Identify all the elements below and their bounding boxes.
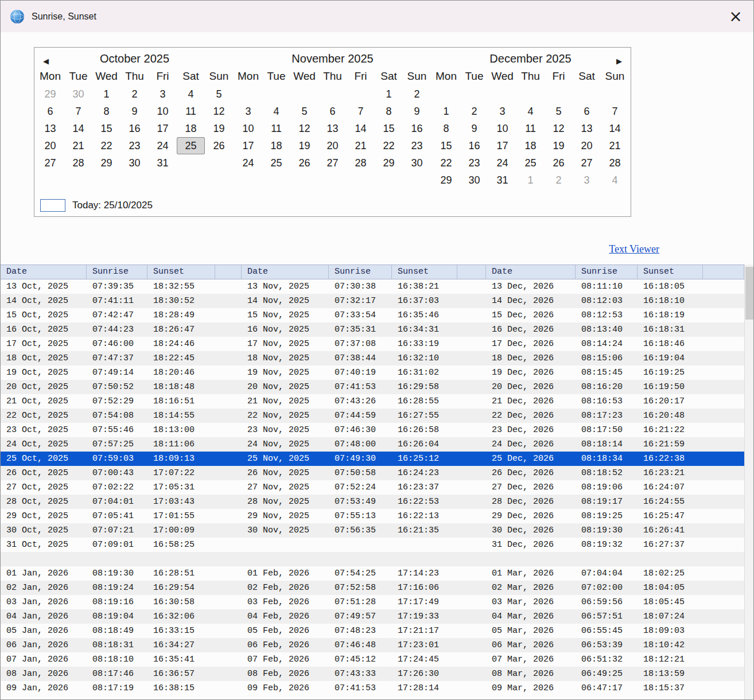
calendar-day[interactable]: 27 [573,154,601,172]
calendar-day[interactable]: 21 [64,137,92,154]
calendar-day[interactable]: 19 [205,120,233,137]
calendar-day[interactable]: 25 [177,137,205,154]
table-row[interactable]: 20 Oct, 202507:50:5218:18:4820 Nov, 2025… [1,380,744,394]
calendar-day[interactable]: 3 [149,85,177,103]
calendar-day[interactable]: 23 [460,154,488,172]
table-row[interactable]: 16 Oct, 202507:44:2318:26:4716 Nov, 2025… [1,322,744,337]
calendar-day[interactable]: 8 [92,103,121,120]
calendar-day[interactable]: 7 [64,103,92,120]
column-header-date[interactable]: Date [1,265,87,279]
calendar-day[interactable]: 25 [516,154,545,172]
calendar-day[interactable]: 12 [290,120,318,137]
calendar-day[interactable]: 15 [375,120,403,137]
calendar-day[interactable]: 14 [64,120,92,137]
calendar-day[interactable]: 9 [403,103,431,120]
calendar-day[interactable]: 22 [92,137,121,154]
calendar-day[interactable]: 10 [149,103,177,120]
column-header-sunset[interactable]: Sunset [392,265,457,279]
calendar-day[interactable]: 4 [262,103,290,120]
calendar-day[interactable]: 29 [375,154,403,172]
calendar-day[interactable]: 13 [573,120,601,137]
table-row[interactable]: 18 Oct, 202507:47:3718:22:4518 Nov, 2025… [1,351,744,365]
table-row[interactable]: 24 Oct, 202507:57:2518:11:0624 Nov, 2025… [1,437,744,452]
next-month-button[interactable]: ▶ [613,57,625,65]
calendar-day[interactable]: 6 [573,103,601,120]
calendar-day[interactable]: 19 [290,137,318,154]
table-row[interactable]: 01 Jan, 202608:19:3016:28:5101 Feb, 2026… [1,566,744,581]
scrollbar-thumb[interactable] [745,267,753,320]
calendar-day[interactable]: 7 [347,103,375,120]
calendar-day[interactable]: 13 [318,120,347,137]
calendar-day[interactable]: 18 [262,137,290,154]
table-row[interactable]: 25 Oct, 202507:59:0318:09:1325 Nov, 2025… [1,452,744,466]
table-row[interactable] [1,552,744,566]
calendar-day[interactable]: 1 [375,85,403,103]
calendar-day[interactable]: 30 [121,154,149,172]
calendar-day[interactable]: 6 [318,103,347,120]
calendar-day[interactable]: 5 [290,103,318,120]
text-viewer-link[interactable]: Text Viewer [609,243,659,255]
calendar-day[interactable]: 2 [403,85,431,103]
calendar-day[interactable]: 13 [36,120,64,137]
calendar-day[interactable]: 2 [121,85,149,103]
calendar-day[interactable]: 20 [573,137,601,154]
table-row[interactable]: 27 Oct, 202507:02:2217:05:3127 Nov, 2025… [1,480,744,495]
table-row[interactable]: 03 Jan, 202608:19:1616:30:5803 Feb, 2026… [1,595,744,609]
table-row[interactable]: 08 Jan, 202608:17:4616:36:5708 Feb, 2026… [1,667,744,681]
calendar-day[interactable]: 19 [545,137,573,154]
calendar-day[interactable]: 2 [545,172,573,189]
calendar-day[interactable]: 27 [318,154,347,172]
calendar-day[interactable]: 22 [432,154,460,172]
calendar-day[interactable]: 25 [262,154,290,172]
calendar-day[interactable]: 14 [347,120,375,137]
column-header-sunset[interactable]: Sunset [638,265,703,279]
calendar-day[interactable]: 12 [205,103,233,120]
column-header-date[interactable]: Date [486,265,576,279]
calendar-day[interactable]: 1 [92,85,121,103]
table-row[interactable]: 23 Oct, 202507:55:4618:13:0023 Nov, 2025… [1,423,744,437]
column-header-date[interactable]: Date [242,265,329,279]
calendar-day[interactable]: 24 [234,154,262,172]
calendar-day[interactable]: 4 [601,172,629,189]
calendar-day[interactable]: 24 [488,154,516,172]
table-row[interactable]: 22 Oct, 202507:54:0818:14:5522 Nov, 2025… [1,409,744,423]
calendar-day[interactable]: 29 [36,85,64,103]
calendar-day[interactable]: 31 [488,172,516,189]
vertical-scrollbar[interactable] [744,265,753,700]
calendar-day[interactable]: 7 [601,103,629,120]
table-row[interactable]: 21 Oct, 202507:52:2918:16:5121 Nov, 2025… [1,394,744,409]
calendar-day[interactable]: 18 [177,120,205,137]
table-row[interactable]: 31 Oct, 202507:09:0116:58:2531 Dec, 2026… [1,538,744,552]
calendar-day[interactable]: 17 [234,137,262,154]
table-row[interactable]: 29 Oct, 202507:05:4117:01:5529 Nov, 2025… [1,509,744,523]
calendar-day[interactable]: 22 [375,137,403,154]
calendar-day[interactable]: 20 [318,137,347,154]
column-header-sunrise[interactable]: Sunrise [576,265,638,279]
calendar-day[interactable]: 30 [460,172,488,189]
calendar-day[interactable]: 5 [205,85,233,103]
calendar-day[interactable]: 8 [432,120,460,137]
calendar-day[interactable]: 15 [92,120,121,137]
calendar-day[interactable]: 16 [403,120,431,137]
calendar-day[interactable]: 29 [432,172,460,189]
calendar-day[interactable]: 8 [375,103,403,120]
calendar-day[interactable]: 20 [36,137,64,154]
column-header-sunset[interactable]: Sunset [147,265,215,279]
prev-month-button[interactable]: ◀ [40,57,52,65]
table-row[interactable]: 13 Oct, 202507:39:3518:32:5513 Nov, 2025… [1,279,744,294]
table-row[interactable]: 02 Jan, 202608:19:2416:29:5402 Feb, 2026… [1,581,744,595]
calendar-day[interactable]: 5 [545,103,573,120]
calendar-day[interactable]: 4 [516,103,545,120]
calendar-day[interactable]: 24 [149,137,177,154]
calendar-day[interactable]: 4 [177,85,205,103]
close-button[interactable]: × [718,1,753,32]
calendar-day[interactable]: 26 [290,154,318,172]
calendar-day[interactable]: 9 [460,120,488,137]
table-row[interactable]: 05 Jan, 202608:18:4916:33:1505 Feb, 2026… [1,624,744,638]
table-row[interactable]: 09 Jan, 202608:17:1916:38:1509 Feb, 2026… [1,681,744,695]
table-row[interactable]: 06 Jan, 202608:18:3116:34:2706 Feb, 2026… [1,638,744,652]
calendar-day[interactable]: 21 [347,137,375,154]
column-header-sunrise[interactable]: Sunrise [329,265,392,279]
today-row[interactable]: Today: 25/10/2025 [40,199,153,212]
calendar-day[interactable]: 2 [460,103,488,120]
